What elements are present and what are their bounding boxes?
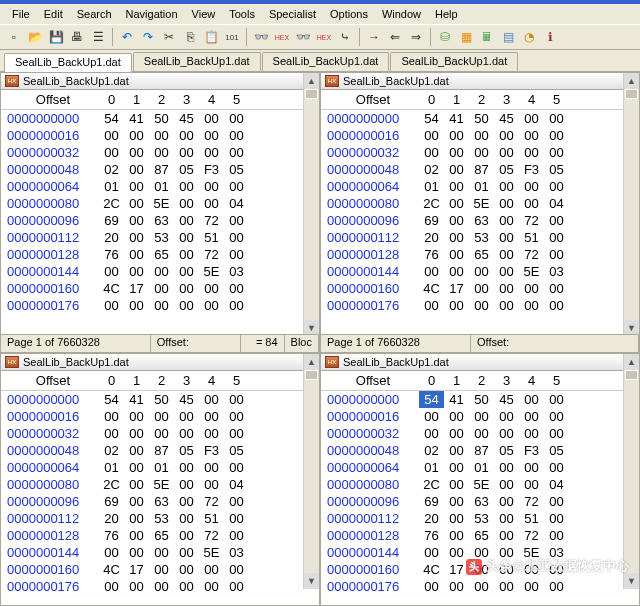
- menu-specialist[interactable]: Specialist: [263, 6, 322, 22]
- cut-icon[interactable]: ✂: [159, 27, 179, 47]
- hex-body[interactable]: 0000000000544150450000000000001600000000…: [321, 110, 639, 352]
- hex-byte[interactable]: 00: [224, 459, 249, 476]
- hex-row[interactable]: 0000000016000000000000: [321, 408, 639, 425]
- hex-byte[interactable]: 00: [149, 144, 174, 161]
- hex-byte[interactable]: 00: [444, 212, 469, 229]
- hex-byte[interactable]: 00: [469, 144, 494, 161]
- hex-byte[interactable]: 00: [494, 425, 519, 442]
- hex-byte[interactable]: 76: [419, 246, 444, 263]
- hex-byte[interactable]: 72: [519, 212, 544, 229]
- hex-byte[interactable]: 54: [99, 110, 124, 127]
- hex-body[interactable]: 0000000000544150450000000000001600000000…: [1, 110, 319, 352]
- hex-byte[interactable]: 00: [494, 212, 519, 229]
- hex-byte[interactable]: 00: [99, 425, 124, 442]
- hex-byte[interactable]: 17: [124, 561, 149, 578]
- hex-byte[interactable]: 00: [149, 280, 174, 297]
- hex-row[interactable]: 0000000112200053005100: [1, 510, 319, 527]
- hex-byte[interactable]: 05: [174, 161, 199, 178]
- hex-byte[interactable]: 00: [124, 263, 149, 280]
- hex-byte[interactable]: 00: [224, 561, 249, 578]
- hex-byte[interactable]: 00: [174, 578, 199, 595]
- hex-byte[interactable]: 01: [419, 459, 444, 476]
- redo-icon[interactable]: ↷: [138, 27, 158, 47]
- hex-byte[interactable]: 5E: [149, 195, 174, 212]
- hex-byte[interactable]: 69: [99, 493, 124, 510]
- hex-byte[interactable]: 54: [419, 391, 444, 408]
- hex-byte[interactable]: 05: [174, 442, 199, 459]
- hex-row[interactable]: 0000000032000000000000: [1, 144, 319, 161]
- hex-byte[interactable]: 00: [519, 178, 544, 195]
- hex-row[interactable]: 000000004802008705F305: [1, 161, 319, 178]
- hex-byte[interactable]: 00: [124, 578, 149, 595]
- hex-byte[interactable]: 00: [174, 263, 199, 280]
- hex-byte[interactable]: 00: [544, 425, 569, 442]
- hex-byte[interactable]: 00: [149, 127, 174, 144]
- hex-byte[interactable]: 03: [544, 263, 569, 280]
- hex-byte[interactable]: 00: [199, 459, 224, 476]
- hex-byte[interactable]: 00: [494, 527, 519, 544]
- menu-search[interactable]: Search: [71, 6, 118, 22]
- hex-byte[interactable]: 00: [519, 195, 544, 212]
- scroll-up-icon[interactable]: ▲: [624, 73, 639, 89]
- hex-byte[interactable]: 41: [124, 110, 149, 127]
- hex-byte[interactable]: 00: [544, 127, 569, 144]
- hex-row[interactable]: 00000001604C1700000000: [321, 561, 639, 578]
- hex-byte[interactable]: 72: [519, 493, 544, 510]
- hex-row[interactable]: 0000000064010001000000: [1, 459, 319, 476]
- hex-byte[interactable]: 00: [224, 246, 249, 263]
- binary-icon[interactable]: 101: [222, 27, 242, 47]
- hex-byte[interactable]: 5E: [519, 263, 544, 280]
- hex-byte[interactable]: 00: [469, 425, 494, 442]
- hex-byte[interactable]: 05: [544, 161, 569, 178]
- hex-byte[interactable]: 00: [99, 408, 124, 425]
- hex-byte[interactable]: 00: [419, 578, 444, 595]
- hex-byte[interactable]: 00: [199, 561, 224, 578]
- hex-byte[interactable]: 00: [469, 280, 494, 297]
- hex-byte[interactable]: 00: [174, 459, 199, 476]
- hex-byte[interactable]: 41: [444, 391, 469, 408]
- hex-byte[interactable]: 00: [544, 246, 569, 263]
- hex-byte[interactable]: 00: [174, 280, 199, 297]
- hex-byte[interactable]: 00: [444, 161, 469, 178]
- hex-byte[interactable]: 65: [149, 246, 174, 263]
- hex-byte[interactable]: 00: [124, 229, 149, 246]
- hex-byte[interactable]: 00: [444, 246, 469, 263]
- hex-byte[interactable]: 63: [469, 212, 494, 229]
- hex-row[interactable]: 00000001604C1700000000: [321, 280, 639, 297]
- hex-byte[interactable]: 00: [544, 110, 569, 127]
- hex-byte[interactable]: 76: [99, 246, 124, 263]
- hex-byte[interactable]: 05: [494, 442, 519, 459]
- hex-row[interactable]: 0000000112200053005100: [321, 510, 639, 527]
- menu-file[interactable]: File: [6, 6, 36, 22]
- hex-byte[interactable]: 00: [494, 229, 519, 246]
- hex-byte[interactable]: 87: [149, 442, 174, 459]
- hex-row[interactable]: 00000000802C005E000004: [1, 476, 319, 493]
- hex-byte[interactable]: 00: [224, 297, 249, 314]
- back-icon[interactable]: ⇐: [385, 27, 405, 47]
- hex-byte[interactable]: 50: [469, 110, 494, 127]
- save-icon[interactable]: 💾: [46, 27, 66, 47]
- forward-icon[interactable]: ⇒: [406, 27, 426, 47]
- info-icon[interactable]: ℹ: [540, 27, 560, 47]
- hex-byte[interactable]: 00: [174, 510, 199, 527]
- hex-byte[interactable]: 51: [519, 229, 544, 246]
- scroll-up-icon[interactable]: ▲: [304, 73, 319, 89]
- hex-byte[interactable]: 00: [124, 493, 149, 510]
- hex-byte[interactable]: 02: [99, 442, 124, 459]
- hex-byte[interactable]: 00: [199, 110, 224, 127]
- hex-byte[interactable]: 00: [174, 561, 199, 578]
- hex-byte[interactable]: 00: [199, 476, 224, 493]
- hex-row[interactable]: 0000000016000000000000: [321, 127, 639, 144]
- hex-byte[interactable]: 00: [494, 280, 519, 297]
- hex-byte[interactable]: 00: [224, 127, 249, 144]
- hex-byte[interactable]: 00: [544, 212, 569, 229]
- hex-byte[interactable]: 00: [224, 493, 249, 510]
- print-icon[interactable]: 🖶: [67, 27, 87, 47]
- hex-byte[interactable]: 5E: [519, 544, 544, 561]
- hex-row[interactable]: 0000000176000000000000: [321, 578, 639, 595]
- scroll-up-icon[interactable]: ▲: [304, 354, 319, 370]
- find-text-icon[interactable]: 👓: [293, 27, 313, 47]
- hex-byte[interactable]: 45: [494, 110, 519, 127]
- hex-byte[interactable]: 69: [99, 212, 124, 229]
- hex-byte[interactable]: 00: [444, 442, 469, 459]
